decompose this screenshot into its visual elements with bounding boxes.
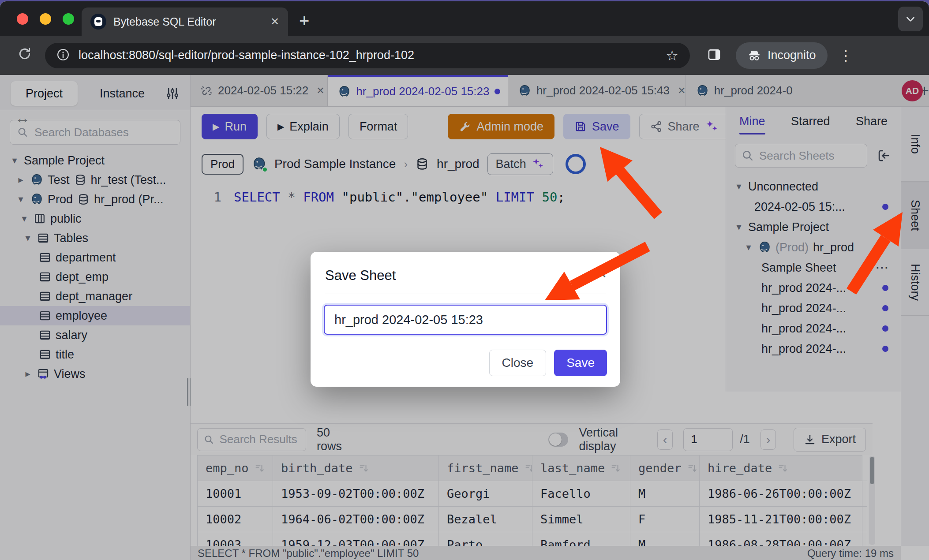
modal-title: Save Sheet: [325, 268, 396, 284]
window-controls[interactable]: [17, 13, 74, 25]
bytebase-favicon-icon: [90, 14, 106, 30]
browser-tab-title: Bytebase SQL Editor: [113, 15, 263, 28]
save-sheet-modal: Save Sheet ✕ Close Save: [311, 252, 620, 387]
sheet-name-input[interactable]: [324, 305, 607, 335]
incognito-label: Incognito: [768, 49, 816, 62]
bookmark-star-icon[interactable]: ☆: [666, 47, 678, 64]
tab-search-button[interactable]: [898, 7, 923, 31]
side-panel-button[interactable]: [707, 47, 722, 64]
site-info-icon[interactable]: [56, 48, 70, 63]
browser-url-row: ← → localhost:8080/sql-editor/prod-sampl…: [0, 36, 929, 75]
url-text[interactable]: localhost:8080/sql-editor/prod-sample-in…: [79, 49, 657, 62]
address-bar[interactable]: localhost:8080/sql-editor/prod-sample-in…: [45, 43, 690, 68]
modal-close-button[interactable]: Close: [489, 350, 547, 376]
modal-divider: [325, 294, 606, 294]
incognito-badge[interactable]: Incognito: [736, 42, 828, 69]
chevron-down-icon: [905, 13, 916, 25]
browser-window: Bytebase SQL Editor ✕ + ← → localhost:80…: [0, 1, 929, 560]
incognito-icon: [747, 49, 761, 63]
new-tab-button[interactable]: +: [299, 11, 309, 30]
reload-button[interactable]: [18, 47, 32, 64]
reload-icon: [18, 47, 32, 61]
tab-close-icon[interactable]: ✕: [270, 15, 279, 28]
window-minimize-button[interactable]: [40, 13, 51, 25]
modal-close-icon[interactable]: ✕: [597, 267, 607, 281]
browser-menu-icon[interactable]: ⋮: [839, 47, 853, 64]
browser-tab-strip: Bytebase SQL Editor ✕ +: [0, 1, 929, 36]
browser-tab[interactable]: Bytebase SQL Editor ✕: [82, 7, 288, 36]
window-zoom-button[interactable]: [63, 13, 74, 25]
modal-save-button[interactable]: Save: [554, 350, 607, 376]
window-close-button[interactable]: [17, 13, 28, 25]
